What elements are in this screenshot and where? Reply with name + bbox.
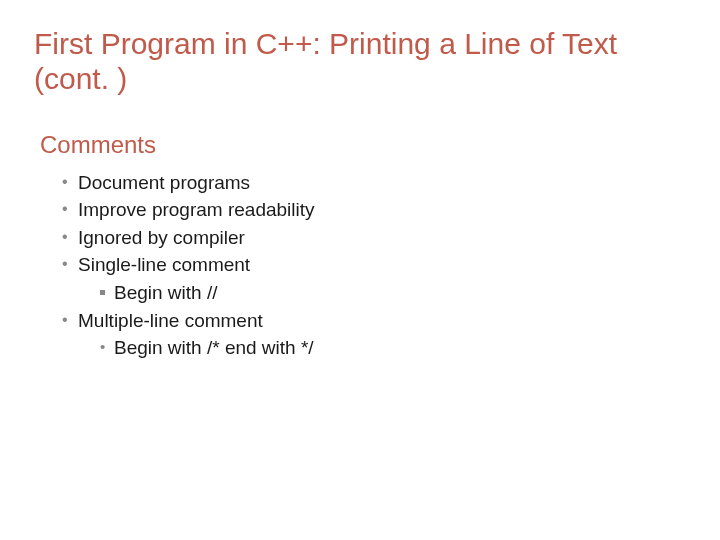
list-item: Improve program readability: [62, 196, 686, 224]
list-item: Multiple-line comment Begin with /* end …: [62, 307, 686, 362]
slide-title: First Program in C++: Printing a Line of…: [34, 26, 686, 97]
sub-list: Begin with /* end with */: [78, 334, 686, 362]
list-item: Single-line comment Begin with //: [62, 251, 686, 306]
list-item: Ignored by compiler: [62, 224, 686, 252]
list-item-label: Multiple-line comment: [78, 310, 263, 331]
slide: First Program in C++: Printing a Line of…: [0, 0, 720, 540]
list-item-label: Single-line comment: [78, 254, 250, 275]
bullet-list: Document programs Improve program readab…: [34, 169, 686, 362]
section-heading: Comments: [40, 131, 686, 159]
sub-list: Begin with //: [78, 279, 686, 307]
list-item: Begin with //: [100, 279, 686, 307]
list-item: Begin with /* end with */: [100, 334, 686, 362]
list-item: Document programs: [62, 169, 686, 197]
